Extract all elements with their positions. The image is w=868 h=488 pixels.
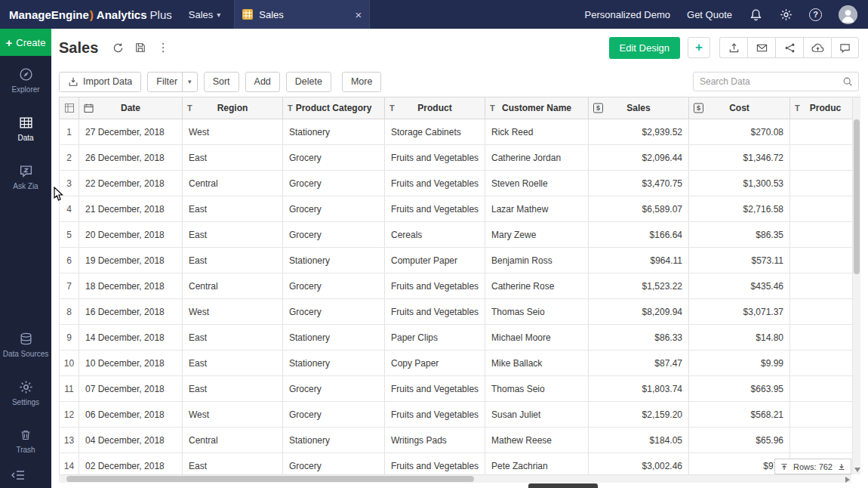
table-cell[interactable]: $14.80 bbox=[689, 325, 790, 351]
table-cell[interactable]: $9.99 bbox=[689, 351, 790, 376]
table-cell[interactable]: Catherine Rose bbox=[485, 273, 589, 299]
table-cell[interactable]: Central bbox=[183, 171, 283, 196]
table-cell[interactable]: $184.05 bbox=[589, 428, 689, 453]
scroll-right-arrow-icon[interactable] bbox=[845, 477, 850, 483]
table-cell[interactable]: Stationery bbox=[283, 428, 385, 453]
table-cell[interactable]: 14 December, 2018 bbox=[79, 325, 183, 351]
table-cell[interactable]: 16 December, 2018 bbox=[79, 299, 183, 325]
gear-icon[interactable] bbox=[779, 8, 793, 21]
horizontal-scrollbar[interactable] bbox=[59, 474, 851, 483]
table-cell[interactable]: East bbox=[183, 145, 283, 171]
table-cell[interactable]: Fruits and Vegetables bbox=[385, 376, 485, 402]
export-button[interactable] bbox=[719, 37, 747, 58]
row-number-cell[interactable]: 14 bbox=[60, 453, 79, 475]
table-cell[interactable]: $1,803.74 bbox=[589, 376, 689, 402]
table-cell[interactable]: Mike Ballack bbox=[485, 351, 589, 376]
column-header-region[interactable]: T Region bbox=[183, 97, 283, 119]
personalized-demo-link[interactable]: Personalized Demo bbox=[585, 9, 670, 20]
filter-button[interactable]: Filter ▾ bbox=[147, 72, 197, 92]
column-header-cost[interactable]: $ Cost bbox=[689, 97, 790, 119]
table-cell[interactable]: Grocery bbox=[283, 171, 385, 196]
table-cell[interactable]: Storage Cabinets bbox=[385, 119, 485, 145]
sidebar-item-trash[interactable]: Trash bbox=[0, 417, 51, 465]
table-cell[interactable]: East bbox=[183, 222, 283, 248]
table-cell[interactable]: West bbox=[183, 119, 283, 145]
refresh-icon[interactable] bbox=[109, 39, 127, 57]
table-cell[interactable]: 18 December, 2018 bbox=[79, 273, 183, 299]
help-icon[interactable]: ? bbox=[809, 8, 822, 21]
create-button[interactable]: + Create bbox=[0, 29, 51, 56]
sidebar-item-data[interactable]: Data bbox=[0, 104, 51, 153]
filter-dropdown-caret[interactable]: ▾ bbox=[182, 73, 197, 91]
table-cell[interactable]: 22 December, 2018 bbox=[79, 171, 183, 196]
table-cell[interactable]: $663.95 bbox=[689, 376, 790, 402]
import-data-button[interactable]: Import Data bbox=[59, 72, 141, 92]
scroll-down-arrow-icon[interactable] bbox=[854, 468, 860, 472]
table-cell[interactable]: $6,589.07 bbox=[589, 196, 689, 222]
kebab-menu-icon[interactable]: ⋮ bbox=[154, 39, 172, 57]
table-cell[interactable]: 10 December, 2018 bbox=[79, 351, 183, 376]
table-cell[interactable]: $573.11 bbox=[689, 248, 790, 273]
sidebar-item-ask-zia[interactable]: Ask Zia bbox=[0, 153, 51, 201]
table-cell[interactable]: Susan Juliet bbox=[485, 402, 589, 428]
table-cell[interactable]: 20 December, 2018 bbox=[79, 222, 183, 248]
table-cell[interactable]: Fruits and Vegetables bbox=[385, 145, 485, 171]
sidebar-item-data-sources[interactable]: Data Sources bbox=[0, 320, 51, 369]
column-header-product[interactable]: T Product bbox=[385, 97, 485, 119]
column-header-produc[interactable]: T Produc bbox=[790, 97, 861, 119]
save-icon[interactable] bbox=[131, 39, 149, 57]
more-button[interactable]: More bbox=[342, 72, 381, 92]
add-button[interactable]: Add bbox=[245, 72, 280, 92]
edit-design-button[interactable]: Edit Design bbox=[609, 37, 680, 59]
table-cell[interactable] bbox=[790, 325, 861, 351]
table-cell[interactable]: Fruits and Vegetables bbox=[385, 453, 485, 475]
sort-button[interactable]: Sort bbox=[204, 72, 239, 92]
table-cell[interactable]: 04 December, 2018 bbox=[79, 428, 183, 453]
table-cell[interactable]: Mary Zewe bbox=[485, 222, 589, 248]
table-cell[interactable] bbox=[790, 299, 861, 325]
column-header-sales[interactable]: $ Sales bbox=[589, 97, 689, 119]
table-cell[interactable]: Fruits and Vegetables bbox=[385, 171, 485, 196]
get-quote-link[interactable]: Get Quote bbox=[687, 9, 732, 20]
table-cell[interactable]: Copy Paper bbox=[385, 351, 485, 376]
table-cell[interactable]: East bbox=[183, 248, 283, 273]
table-cell[interactable]: West bbox=[183, 299, 283, 325]
row-number-cell[interactable]: 4 bbox=[60, 196, 79, 222]
table-cell[interactable]: 02 December, 2018 bbox=[79, 453, 183, 475]
table-cell[interactable]: $86.35 bbox=[689, 222, 790, 248]
table-cell[interactable]: $270.08 bbox=[689, 119, 790, 145]
table-cell[interactable]: 07 December, 2018 bbox=[79, 376, 183, 402]
table-cell[interactable]: Fruits and Vegetables bbox=[385, 196, 485, 222]
row-number-cell[interactable]: 1 bbox=[60, 119, 79, 145]
table-cell[interactable]: $435.46 bbox=[689, 273, 790, 299]
table-cell[interactable]: $568.21 bbox=[689, 402, 790, 428]
close-icon[interactable]: × bbox=[356, 8, 362, 21]
table-cell[interactable]: Writings Pads bbox=[385, 428, 485, 453]
scroll-to-bottom-icon[interactable] bbox=[838, 463, 845, 471]
table-cell[interactable]: 21 December, 2018 bbox=[79, 196, 183, 222]
row-number-cell[interactable]: 8 bbox=[60, 299, 79, 325]
add-view-button[interactable]: + bbox=[688, 37, 710, 58]
table-cell[interactable]: $1,300.53 bbox=[689, 171, 790, 196]
scroll-to-top-icon[interactable] bbox=[780, 463, 788, 471]
row-number-cell[interactable]: 5 bbox=[60, 222, 79, 248]
table-cell[interactable]: Paper Clips bbox=[385, 325, 485, 351]
table-cell[interactable]: Mathew Reese bbox=[485, 428, 589, 453]
table-cell[interactable]: East bbox=[183, 196, 283, 222]
cloud-publish-button[interactable] bbox=[803, 37, 831, 58]
table-cell[interactable]: $964.11 bbox=[589, 248, 689, 273]
sidebar-item-settings[interactable]: Settings bbox=[0, 369, 51, 417]
table-cell[interactable]: $86.33 bbox=[589, 325, 689, 351]
row-number-cell[interactable]: 6 bbox=[60, 248, 79, 273]
table-cell[interactable]: Steven Roelle bbox=[485, 171, 589, 196]
table-cell[interactable]: Grocery bbox=[283, 145, 385, 171]
delete-button[interactable]: Delete bbox=[286, 72, 331, 92]
search-icon[interactable] bbox=[842, 76, 858, 87]
table-cell[interactable] bbox=[790, 145, 861, 171]
table-cell[interactable]: Thomas Seio bbox=[485, 299, 589, 325]
table-cell[interactable]: Grocery bbox=[283, 376, 385, 402]
table-cell[interactable]: $8,209.94 bbox=[589, 299, 689, 325]
table-cell[interactable]: $2,939.52 bbox=[589, 119, 689, 145]
table-cell[interactable]: Grocery bbox=[283, 273, 385, 299]
avatar[interactable] bbox=[839, 5, 857, 24]
